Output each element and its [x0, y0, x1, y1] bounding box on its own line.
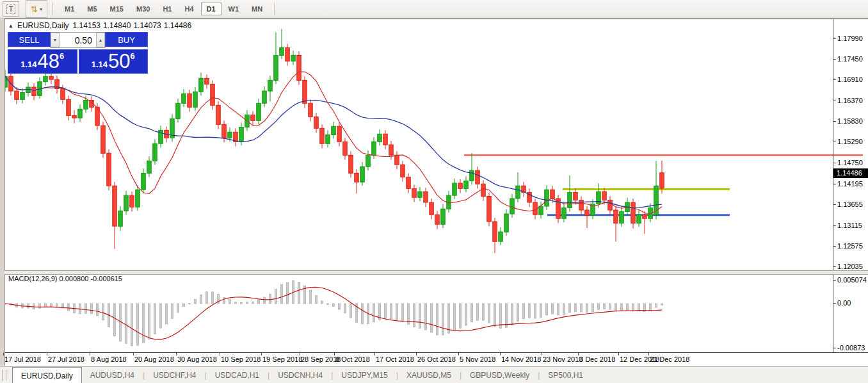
chart-tab-usdcnh[interactable]: USDCNH,H4 [269, 367, 331, 383]
date-axis-label: 17 Oct 2018 [376, 355, 414, 363]
date-axis-label: 3 Dec 2018 [579, 355, 615, 363]
date-axis-tick [416, 353, 417, 355]
macd-axis-label: 0.005074 [837, 276, 867, 284]
chart-tab-sp500[interactable]: SP500,H1 [540, 367, 591, 383]
macd-axis-tick [833, 348, 836, 348]
chart-tab-usdjpy[interactable]: USDJPY,M15 [333, 367, 396, 383]
price-axis-label: 1.16370 [837, 97, 863, 104]
mt4-window: T ⇅ ▾ M1M5M15M30H1H4D1W1MN ▲ EURUSD,Dail… [0, 0, 868, 383]
chart-title: ▲ EURUSD,Daily 1.14153 1.14840 1.14073 1… [8, 21, 191, 30]
price-axis-label: 1.14750 [837, 159, 863, 167]
timeframe-button-h1[interactable]: H1 [157, 3, 177, 15]
timeframe-button-m1[interactable]: M1 [59, 3, 80, 15]
volume-decrease-button[interactable]: ▼ [51, 33, 60, 47]
date-axis-label: 5 Nov 2018 [460, 355, 495, 363]
date-axis-tick [334, 353, 335, 355]
indicator-label: MACD(12,26,9) 0.000800 -0.000615 [8, 275, 122, 282]
date-axis-label: 10 Sep 2018 [221, 355, 261, 363]
price-axis-tick [833, 163, 836, 163]
buy-price-small: 1.14 [92, 60, 108, 69]
date-axis-label: 21 Dec 2018 [650, 355, 689, 363]
price-axis-label: 1.14195 [837, 180, 863, 188]
sell-button[interactable]: SELL [8, 32, 51, 48]
date-axis-tick [542, 353, 542, 355]
date-axis-tick [458, 353, 459, 355]
date-axis-label: 14 Nov 2018 [501, 355, 541, 363]
ohlc-open: 1.14153 [73, 21, 100, 30]
date-axis-tick [261, 353, 262, 355]
date-axis-tick [133, 353, 134, 355]
timeframe-button-mn[interactable]: MN [246, 3, 268, 15]
price-axis-label: 1.17990 [837, 35, 863, 42]
double-arrow-icon: ⇅ [31, 5, 38, 13]
chart-tab-usdcad[interactable]: USDCAD,H1 [207, 367, 268, 383]
timeframe-button-d1[interactable]: D1 [201, 3, 221, 15]
ohlc-high: 1.14840 [103, 21, 131, 30]
date-axis-label: 23 Nov 2018 [543, 355, 583, 363]
current-price-badge: 1.14486 [833, 168, 868, 178]
timeframe-button-m30[interactable]: M30 [131, 3, 156, 15]
volume-input[interactable] [60, 33, 96, 47]
top-toolbar: T ⇅ ▾ M1M5M15M30H1H4D1W1MN [0, 0, 868, 19]
buy-button[interactable]: BUY [105, 32, 148, 48]
date-axis-tick [47, 353, 47, 355]
chart-tab-bar: EURUSD,DailyAUDUSD,H4|USDCHF,H4|USDCAD,H… [0, 366, 868, 383]
price-axis-tick [833, 266, 836, 267]
chart-tab-audusd[interactable]: AUDUSD,H4 [82, 367, 143, 383]
indicator-splitter[interactable] [4, 270, 868, 275]
price-axis-tick [833, 38, 836, 39]
price-axis-label: 1.15290 [837, 138, 863, 145]
volume-increase-button[interactable]: ▲ [96, 33, 105, 47]
date-axis-tick [220, 353, 220, 355]
toolbar-separator [274, 3, 275, 15]
chart-frame-top [4, 19, 868, 19]
timeframe-button-m15[interactable]: M15 [104, 3, 129, 15]
price-axis-label: 1.15830 [837, 117, 863, 125]
tab-scroll-handle[interactable] [2, 370, 6, 381]
price-axis-label: 1.16910 [837, 76, 863, 83]
macd-axis-tick [833, 303, 836, 304]
date-axis-tick [90, 353, 90, 355]
arrange-dropdown-button[interactable]: ⇅ ▾ [26, 0, 47, 18]
price-axis-tick [833, 79, 836, 80]
sell-price-big: 48 [38, 52, 60, 71]
timeframe-button-m5[interactable]: M5 [81, 3, 102, 15]
macd-name: MACD(12,26,9) [8, 275, 57, 282]
price-axis-tick [833, 59, 836, 60]
chart-tab-eurusd[interactable]: EURUSD,Daily [12, 367, 82, 383]
buy-quote[interactable]: 1.14 50 6 [79, 49, 149, 74]
date-axis-tick [176, 353, 177, 355]
buy-price-pip: 6 [131, 51, 135, 61]
collapse-triangle-icon: ▲ [8, 23, 13, 29]
text-tool-button[interactable]: T [3, 1, 19, 17]
macd-signal-value: -0.000615 [90, 275, 122, 282]
symbol-period-label: EURUSD,Daily [17, 21, 69, 30]
chart-tab-xauusd[interactable]: XAUUSD,M5 [398, 367, 460, 383]
price-axis-label: 1.13115 [837, 222, 862, 229]
sell-price-pip: 6 [60, 51, 64, 61]
timeframe-button-w1[interactable]: W1 [223, 3, 245, 15]
volume-control: ▼ ▲ [51, 32, 105, 48]
date-axis-tick [618, 353, 619, 355]
price-axis-label: 1.17450 [837, 55, 863, 63]
price-axis-tick [833, 184, 836, 184]
date-axis-label: 20 Aug 2018 [134, 355, 174, 363]
date-axis-tick [300, 353, 300, 355]
chart-tab-gbpusd[interactable]: GBPUSD,Weekly [462, 367, 538, 383]
sell-quote[interactable]: 1.14 48 6 [8, 49, 77, 74]
timeframe-button-h4[interactable]: H4 [179, 3, 199, 15]
price-axis-tick [833, 142, 836, 142]
date-axis-tick [500, 353, 501, 355]
chart-tab-usdchf[interactable]: USDCHF,H4 [145, 367, 204, 383]
one-click-trading-panel: SELL ▼ ▲ BUY 1.14 48 6 1.14 50 6 [8, 32, 148, 74]
price-axis-tick [833, 225, 836, 226]
date-axis-tick [3, 353, 4, 355]
price-axis-label: 1.12575 [837, 242, 863, 250]
date-axis-tick [374, 353, 375, 355]
date-axis-label: 8 Aug 2018 [91, 355, 127, 363]
date-axis-label: 30 Aug 2018 [177, 355, 217, 363]
macd-axis-label: -0.00873 [837, 344, 865, 352]
chevron-down-icon: ▾ [40, 6, 42, 12]
date-axis-label: 26 Oct 2018 [417, 355, 456, 363]
date-axis-label: 17 Jul 2018 [4, 355, 41, 363]
